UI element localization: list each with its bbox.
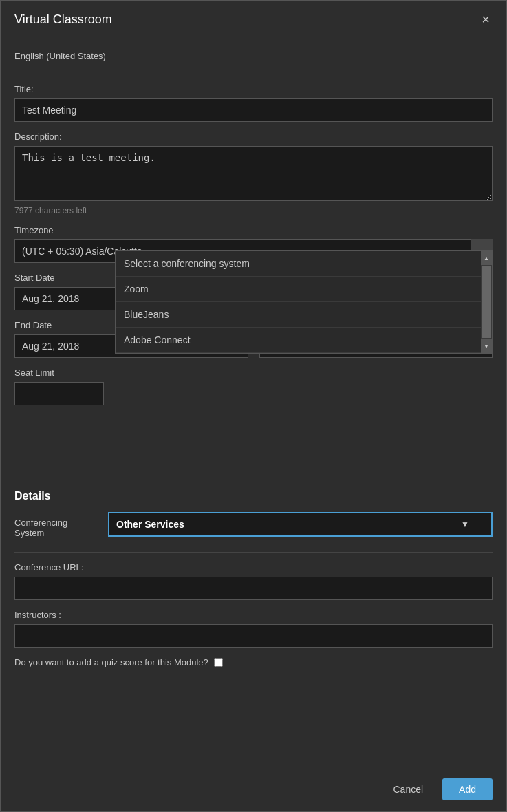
- instructors-input[interactable]: [14, 624, 493, 648]
- language-selector-group: English (United States): [14, 50, 493, 74]
- conference-url-group: Conference URL:: [14, 562, 493, 600]
- quiz-row: Do you want to add a quiz score for this…: [14, 657, 493, 667]
- quiz-label: Do you want to add a quiz score for this…: [14, 657, 208, 667]
- title-input[interactable]: [14, 98, 493, 122]
- seat-conferencing-row: Seat Limit Select a conferencing system …: [14, 367, 493, 484]
- details-section: Details: [14, 490, 493, 502]
- chars-left: 7977 characters left: [14, 206, 493, 215]
- dropdown-item-adobe[interactable]: Adobe Connect: [116, 328, 481, 353]
- virtual-classroom-modal: Virtual Classroom × English (United Stat…: [0, 0, 507, 812]
- instructors-label: Instructors :: [14, 610, 493, 620]
- timezone-label: Timezone: [14, 225, 493, 235]
- description-textarea[interactable]: This is a test meeting.: [14, 146, 493, 201]
- modal-header: Virtual Classroom ×: [1, 1, 506, 39]
- close-button[interactable]: ×: [479, 12, 493, 28]
- modal-title: Virtual Classroom: [14, 12, 112, 27]
- seat-limit-input[interactable]: [14, 382, 104, 405]
- description-label: Description:: [14, 131, 493, 142]
- instructors-group: Instructors :: [14, 610, 493, 648]
- scroll-down-button[interactable]: ▼: [481, 339, 492, 353]
- dropdown-scroll-wrapper: Select a conferencing system Zoom BlueJe…: [116, 251, 492, 353]
- conferencing-dropdown-chevron: ▼: [461, 520, 469, 529]
- conferencing-selected-display[interactable]: Other Services ▼: [108, 512, 493, 537]
- dropdown-open-area: Select a conferencing system Zoom BlueJe…: [115, 367, 493, 484]
- conferencing-select-col: Other Services ▼: [108, 512, 493, 537]
- modal-footer: Cancel Add: [1, 767, 506, 811]
- dropdown-items-area: Select a conferencing system Zoom BlueJe…: [116, 251, 481, 353]
- conferencing-label: Conferencing System: [14, 517, 97, 538]
- language-selector[interactable]: English (United States): [14, 51, 106, 63]
- conferencing-selected-label: Other Services: [116, 519, 184, 530]
- title-label: Title:: [14, 84, 493, 94]
- divider: [14, 552, 493, 553]
- seat-limit-label: Seat Limit: [14, 367, 104, 378]
- dropdown-item-bluejeans[interactable]: BlueJeans: [116, 302, 481, 328]
- add-button[interactable]: Add: [442, 778, 493, 800]
- quiz-checkbox[interactable]: [214, 658, 223, 667]
- conference-url-input[interactable]: [14, 577, 493, 600]
- dropdown-scrollbar: ▲ ▼: [481, 251, 492, 353]
- details-title: Details: [14, 490, 493, 502]
- scrollbar-thumb: [482, 266, 491, 338]
- description-group: Description: This is a test meeting. 797…: [14, 131, 493, 215]
- conference-url-label: Conference URL:: [14, 562, 493, 573]
- conferencing-dropdown-list: Select a conferencing system Zoom BlueJe…: [115, 250, 493, 354]
- modal-body: English (United States) Title: Descripti…: [1, 39, 506, 767]
- dropdown-item-placeholder[interactable]: Select a conferencing system: [116, 251, 481, 277]
- cancel-button[interactable]: Cancel: [385, 780, 431, 799]
- title-group: Title:: [14, 84, 493, 122]
- scroll-up-button[interactable]: ▲: [481, 251, 492, 265]
- dropdown-item-zoom[interactable]: Zoom: [116, 277, 481, 302]
- seat-limit-group: Seat Limit: [14, 367, 104, 405]
- conferencing-system-row: Conferencing System Other Services ▼: [14, 512, 493, 542]
- conferencing-label-col: Conferencing System: [14, 512, 97, 542]
